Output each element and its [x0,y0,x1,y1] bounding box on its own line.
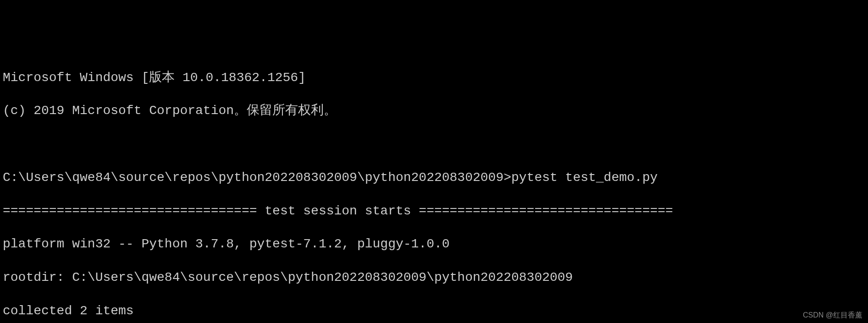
command-line[interactable]: C:\Users\qwe84\source\repos\python202208… [3,170,865,186]
collected-items: collected 2 items [3,303,865,319]
prompt-path: C:\Users\qwe84\source\repos\python202208… [3,170,511,185]
csdn-watermark: CSDN @红目香薰 [803,311,862,320]
windows-version-line: Microsoft Windows [版本 10.0.18362.1256] [3,70,865,86]
command-text: pytest test_demo.py [511,170,658,185]
rootdir-info: rootdir: C:\Users\qwe84\source\repos\pyt… [3,269,865,286]
blank-line [3,136,865,153]
copyright-line: (c) 2019 Microsoft Corporation。保留所有权利。 [3,103,865,119]
platform-info: platform win32 -- Python 3.7.8, pytest-7… [3,236,865,252]
session-starts-header: ================================= test s… [3,203,865,219]
